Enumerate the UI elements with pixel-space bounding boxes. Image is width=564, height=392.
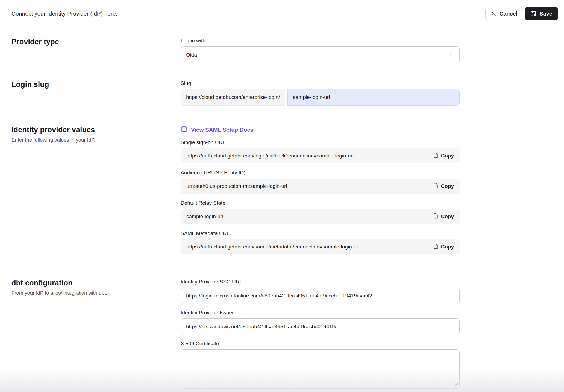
relay-state-field: sample-login-url Copy — [181, 209, 460, 224]
idp-values-subheading: Enter the following values in your IdP. — [11, 137, 172, 143]
login-with-label: Log in with — [181, 38, 460, 44]
audience-uri-label: Audience URI (SP Entity ID) — [181, 170, 460, 176]
close-icon — [491, 11, 497, 16]
idp-sso-url-label: Identity Provider SSO URL — [181, 279, 460, 285]
cancel-button-label: Cancel — [500, 11, 518, 17]
copy-relay-state-button[interactable]: Copy — [433, 213, 454, 220]
certificate-textarea[interactable] — [181, 349, 460, 389]
idp-values-heading: Identity provider values — [11, 126, 172, 134]
audience-uri-field: urn:auth0:us-production-mt:sample-login-… — [181, 179, 460, 194]
copy-saml-metadata-button[interactable]: Copy — [433, 243, 454, 251]
copy-icon — [433, 213, 438, 220]
save-button[interactable]: Save — [525, 7, 558, 20]
single-sign-on-url-label: Single sign-on URL — [181, 139, 460, 145]
header-description: Connect your Identity Provider (IdP) her… — [11, 10, 118, 17]
certificate-label: X.509 Certificate — [181, 341, 460, 347]
provider-type-heading: Provider type — [11, 38, 172, 46]
chevron-down-icon — [448, 52, 453, 58]
identity-provider-values-section: Identity provider values Enter the follo… — [0, 126, 564, 261]
header-actions: Cancel Save — [485, 7, 558, 20]
slug-field-group: https://cloud.getdbt.com/enterprise-logi… — [181, 89, 460, 106]
saml-docs-link-label: View SAML Setup Docs — [191, 127, 253, 133]
copy-button-label: Copy — [441, 183, 454, 189]
slug-url-prefix: https://cloud.getdbt.com/enterprise-logi… — [181, 89, 285, 106]
dbt-config-heading: dbt configuration — [11, 279, 172, 287]
copy-button-label: Copy — [441, 244, 454, 250]
provider-type-section: Provider type Log in with Okta — [0, 38, 564, 63]
copy-icon — [433, 243, 438, 251]
idp-sso-url-input[interactable] — [181, 288, 460, 304]
single-sign-on-url-value: https://auth.cloud.getdbt.com/login/call… — [186, 153, 354, 159]
saml-docs-link[interactable]: View SAML Setup Docs — [181, 126, 460, 134]
cancel-button[interactable]: Cancel — [485, 7, 523, 20]
saml-metadata-label: SAML Metadata URL — [181, 230, 460, 236]
audience-uri-value: urn:auth0:us-production-mt:sample-login-… — [186, 183, 287, 189]
login-slug-section: Login slug Slug https://cloud.getdbt.com… — [0, 80, 564, 106]
provider-select-value: Okta — [186, 52, 197, 58]
page-header: Connect your Identity Provider (IdP) her… — [0, 0, 564, 20]
relay-state-value: sample-login-url — [186, 213, 223, 220]
relay-state-group: Default Relay State sample-login-url Cop… — [181, 200, 460, 224]
save-button-label: Save — [539, 11, 552, 17]
dbt-configuration-section: dbt configuration From your IdP to allow… — [0, 279, 564, 392]
copy-button-label: Copy — [441, 213, 454, 220]
provider-select[interactable]: Okta — [181, 46, 460, 63]
idp-sso-url-group: Identity Provider SSO URL — [181, 279, 460, 304]
audience-uri-group: Audience URI (SP Entity ID) urn:auth0:us… — [181, 170, 460, 194]
save-icon — [530, 11, 536, 17]
slug-input[interactable] — [287, 89, 460, 106]
resize-handle-icon[interactable] — [454, 382, 458, 387]
book-icon — [181, 126, 187, 134]
dbt-config-subheading: From your IdP to allow integration with … — [11, 290, 172, 296]
sso-url-group: Single sign-on URL https://auth.cloud.ge… — [181, 139, 460, 163]
idp-issuer-input[interactable] — [181, 318, 460, 335]
login-slug-heading: Login slug — [11, 80, 172, 89]
saml-metadata-value: https://auth.cloud.getdbt.com/samlp/meta… — [186, 244, 359, 250]
copy-audience-uri-button[interactable]: Copy — [433, 183, 454, 190]
idp-issuer-group: Identity Provider Issuer — [181, 310, 460, 335]
single-sign-on-url-field: https://auth.cloud.getdbt.com/login/call… — [181, 148, 460, 163]
slug-label: Slug — [181, 80, 460, 86]
copy-sso-url-button[interactable]: Copy — [433, 152, 454, 160]
saml-metadata-field: https://auth.cloud.getdbt.com/samlp/meta… — [181, 239, 460, 254]
copy-icon — [433, 152, 438, 160]
saml-metadata-group: SAML Metadata URL https://auth.cloud.get… — [181, 230, 460, 254]
certificate-group: X.509 Certificate — [181, 341, 460, 389]
copy-icon — [433, 183, 438, 190]
idp-issuer-label: Identity Provider Issuer — [181, 310, 460, 316]
copy-button-label: Copy — [441, 153, 454, 159]
relay-state-label: Default Relay State — [181, 200, 460, 206]
